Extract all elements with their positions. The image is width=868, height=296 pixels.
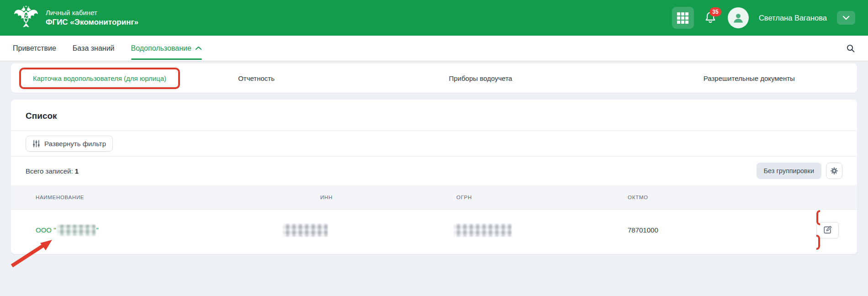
subnav-tab-water-meters[interactable]: Приборы водоучета [449, 74, 513, 82]
subnav-tab-water-user-card[interactable]: Карточка водопользователя (для юрлица) [19, 74, 180, 82]
redacted-ogrn-value [454, 224, 512, 237]
subnav-tab-label: Приборы водоучета [449, 74, 513, 82]
nav-item-label: Приветствие [13, 44, 56, 53]
subnav-tab-permit-documents[interactable]: Разрешительные документы [704, 74, 795, 82]
main-nav: Приветствие База знаний Водопользование [0, 36, 868, 61]
oktmo-value: 78701000 [628, 226, 816, 234]
nav-item-label: Водопользование [131, 44, 191, 53]
redacted-organization-name [57, 225, 95, 236]
page-title: Список [26, 111, 842, 121]
gear-icon [830, 167, 838, 175]
user-avatar[interactable] [728, 7, 749, 28]
table-settings-button[interactable] [826, 163, 842, 179]
list-card: Список Развернуть фильтр Вс [11, 100, 857, 254]
app-title-line2: ФГИС «Экомониторинг» [46, 17, 138, 27]
red-annotation-box: Карточка водопользователя (для юрлица) [19, 68, 180, 89]
nav-item-label: База знаний [73, 44, 115, 53]
organization-name-suffix: " [96, 226, 99, 234]
app-title-line1: Личный кабинет [46, 8, 138, 17]
user-name: Светлана Ваганова [759, 14, 827, 22]
chevron-down-icon [842, 16, 850, 20]
organization-link[interactable]: ООО " " [36, 225, 99, 236]
search-icon [846, 44, 855, 53]
user-menu-button[interactable] [837, 11, 855, 25]
column-header-name: НАИМЕНОВАНИЕ [36, 195, 320, 200]
grouping-button[interactable]: Без группировки [757, 163, 821, 179]
apps-grid-icon [677, 12, 688, 24]
red-annotation-box-edit [816, 210, 839, 250]
app-title: Личный кабинет ФГИС «Экомониторинг» [46, 8, 138, 27]
redacted-inn-value [283, 224, 328, 237]
edit-record-button[interactable] [816, 222, 839, 238]
subnav-tab-label: Разрешительные документы [704, 74, 795, 82]
subnav-tab-label: Карточка водопользователя (для юрлица) [33, 74, 166, 82]
records-count: 1 [75, 167, 79, 175]
subnav-tabs: Карточка водопользователя (для юрлица) О… [11, 63, 857, 93]
apps-grid-button[interactable] [672, 7, 694, 29]
table-header-row: НАИМЕНОВАНИЕ ИНН ОГРН ОКТМО [11, 185, 857, 209]
edit-icon [823, 226, 832, 234]
organization-name-prefix: ООО " [36, 226, 56, 234]
chevron-up-icon [195, 46, 202, 50]
eagle-emblem-icon [13, 4, 39, 32]
notification-badge: 35 [709, 7, 721, 16]
user-icon [732, 11, 745, 24]
column-header-oktmo: ОКТМО [628, 195, 839, 200]
nav-item-knowledge-base[interactable]: База знаний [73, 36, 115, 61]
app-header: Личный кабинет ФГИС «Экомониторинг» 35 С… [0, 0, 868, 36]
subnav-tab-reporting[interactable]: Отчетность [238, 74, 275, 82]
subnav-tab-label: Отчетность [238, 74, 275, 82]
filter-sliders-icon [32, 140, 40, 148]
column-header-inn: ИНН [320, 195, 456, 200]
nav-item-greeting[interactable]: Приветствие [13, 36, 56, 61]
expand-filter-label: Развернуть фильтр [44, 140, 106, 148]
notifications-button[interactable]: 35 [704, 10, 718, 26]
column-header-ogrn: ОГРН [456, 195, 628, 200]
search-button[interactable] [846, 44, 855, 53]
nav-item-water-use[interactable]: Водопользование [131, 36, 202, 61]
records-label: Всего записей: [26, 167, 73, 175]
records-total: Всего записей: 1 [26, 167, 79, 175]
table-row: ООО " " 78701000 [11, 209, 857, 250]
expand-filter-button[interactable]: Развернуть фильтр [26, 136, 113, 152]
app-logo: Личный кабинет ФГИС «Экомониторинг» [13, 4, 138, 32]
